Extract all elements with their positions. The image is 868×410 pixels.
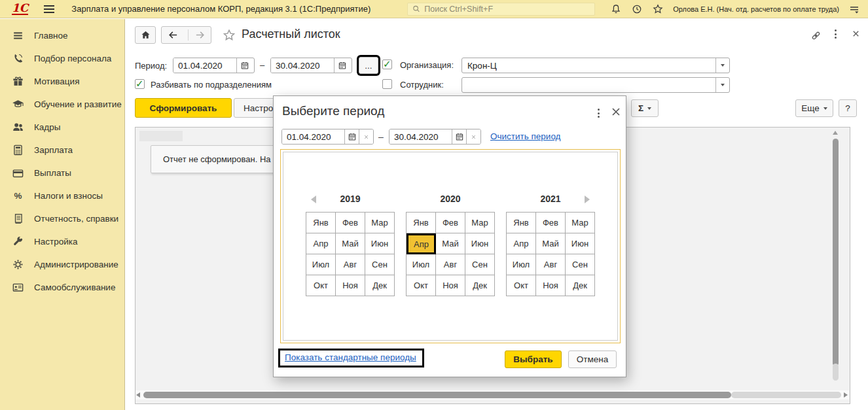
month-cell[interactable]: Ноя — [336, 275, 365, 296]
month-cell[interactable]: Окт — [306, 275, 336, 296]
sidebar-item-id-card[interactable]: Самообслуживание — [0, 276, 124, 299]
month-cell[interactable]: Ноя — [536, 275, 566, 296]
sidebar-item-wallet[interactable]: Выплаты — [0, 162, 124, 184]
select-button[interactable]: Выбрать — [505, 350, 562, 368]
sidebar-item-graduation-cap[interactable]: Обучение и развитие — [0, 93, 124, 116]
more-actions-icon[interactable] — [835, 29, 837, 39]
vertical-scroll-track[interactable] — [833, 364, 839, 381]
generate-report-button[interactable]: Сформировать — [135, 98, 232, 118]
month-cell[interactable]: Авг — [336, 254, 365, 275]
notifications-bell-icon[interactable] — [610, 3, 622, 15]
vertical-scroll-thumb[interactable] — [833, 139, 839, 366]
month-cell[interactable]: Мар — [365, 213, 395, 233]
close-icon[interactable] — [851, 29, 861, 39]
dialog-more-actions-icon[interactable] — [594, 107, 603, 119]
back-button[interactable] — [162, 29, 184, 41]
employee-field[interactable] — [461, 77, 730, 93]
history-icon[interactable] — [631, 3, 643, 15]
get-link-icon[interactable] — [810, 30, 822, 41]
horizontal-scroll-thumb[interactable] — [143, 392, 731, 398]
sidebar-item-report[interactable]: Отчетность, справки — [0, 207, 124, 230]
calendar-picker-button[interactable] — [334, 58, 350, 73]
calendar-picker-button[interactable] — [452, 129, 466, 144]
sidebar-item-phone[interactable]: Подбор персонала — [0, 47, 124, 70]
month-cell[interactable]: Янв — [507, 213, 536, 233]
month-cell[interactable]: Июн — [465, 233, 495, 254]
employee-checkbox[interactable] — [382, 79, 392, 89]
choose-period-dots-button[interactable]: ... — [359, 57, 378, 74]
month-cell[interactable]: Авг — [536, 254, 566, 275]
month-cell[interactable]: Янв — [407, 213, 436, 233]
month-cell[interactable]: Сен — [465, 254, 495, 275]
favorite-star-icon[interactable] — [222, 28, 236, 43]
forward-button[interactable] — [188, 29, 211, 41]
month-cell[interactable]: Июл — [507, 254, 536, 275]
year-label[interactable]: 2020 — [440, 194, 460, 204]
month-cell[interactable]: Сен — [365, 254, 395, 275]
search-input[interactable] — [424, 5, 590, 14]
previous-years-arrow[interactable] — [311, 196, 316, 203]
main-menu-icon[interactable] — [44, 5, 54, 13]
clear-period-link[interactable]: Очистить период — [490, 131, 560, 141]
home-button[interactable] — [135, 26, 156, 44]
month-cell[interactable]: Дек — [365, 275, 395, 296]
month-cell[interactable]: Мар — [566, 213, 595, 233]
month-cell[interactable]: Фев — [436, 213, 465, 233]
global-search[interactable] — [407, 3, 595, 16]
month-cell[interactable]: Май — [336, 233, 365, 254]
horizontal-scroll-track[interactable] — [731, 392, 841, 398]
vertical-scrollbar[interactable] — [831, 128, 840, 403]
sidebar-item-gear[interactable]: Администрирование — [0, 253, 124, 276]
month-cell[interactable]: Апр — [407, 233, 436, 254]
month-cell[interactable]: Авг — [436, 254, 465, 275]
sidebar-item-percent[interactable]: Налоги и взносы — [0, 184, 124, 207]
calendar-picker-button[interactable] — [236, 58, 253, 73]
month-cell[interactable]: Май — [536, 233, 566, 254]
month-cell[interactable]: Июн — [365, 233, 395, 254]
month-cell[interactable]: Дек — [465, 275, 495, 296]
sidebar-item-menu[interactable]: Главное — [0, 24, 124, 47]
dialog-date-from-input[interactable] — [282, 129, 344, 144]
year-label[interactable]: 2019 — [340, 194, 360, 204]
service-menu-icon[interactable] — [848, 3, 860, 15]
clear-date-button[interactable] — [466, 129, 480, 144]
month-cell[interactable]: Июн — [566, 233, 595, 254]
favorites-star-icon[interactable] — [652, 3, 664, 15]
sidebar-item-calculator[interactable]: Зарплата — [0, 139, 124, 162]
scroll-right-icon[interactable] — [844, 392, 848, 398]
year-label[interactable]: 2021 — [540, 194, 560, 204]
month-cell[interactable]: Окт — [407, 275, 436, 296]
dropdown-button[interactable] — [715, 58, 729, 73]
month-cell[interactable]: Апр — [507, 233, 536, 254]
horizontal-scrollbar[interactable] — [136, 390, 849, 400]
month-cell[interactable]: Фев — [536, 213, 566, 233]
next-years-arrow[interactable] — [585, 196, 590, 203]
dialog-date-to-input[interactable] — [389, 129, 452, 144]
help-button[interactable]: ? — [839, 99, 857, 117]
dropdown-button[interactable] — [715, 78, 729, 92]
month-cell[interactable]: Апр — [306, 233, 336, 254]
sidebar-item-people[interactable]: Кадры — [0, 116, 124, 139]
more-button[interactable]: Еще — [795, 99, 833, 117]
cancel-button[interactable]: Отмена — [568, 350, 617, 368]
organization-checkbox[interactable] — [382, 60, 392, 69]
sidebar-item-wrench[interactable]: Настройка — [0, 230, 124, 253]
sidebar-item-gift[interactable]: Мотивация — [0, 70, 124, 93]
month-cell[interactable]: Дек — [566, 275, 595, 296]
scroll-left-icon[interactable] — [136, 392, 140, 398]
month-cell[interactable]: Июл — [407, 254, 436, 275]
month-cell[interactable]: Окт — [507, 275, 536, 296]
current-user[interactable]: Орлова Е.Н. (Нач. отд. расчетов по оплат… — [673, 5, 839, 13]
scroll-up-icon[interactable] — [833, 131, 838, 135]
calendar-picker-button[interactable] — [344, 129, 359, 144]
split-by-departments-checkbox[interactable] — [135, 79, 145, 89]
period-from-input[interactable] — [173, 58, 236, 73]
organization-field[interactable]: Крон-Ц — [461, 58, 730, 73]
month-cell[interactable]: Май — [436, 233, 465, 254]
month-cell[interactable]: Мар — [465, 213, 495, 233]
month-cell[interactable]: Янв — [306, 213, 336, 233]
show-standard-periods-link[interactable]: Показать стандартные периоды — [285, 352, 416, 362]
month-cell[interactable]: Ноя — [436, 275, 465, 296]
month-cell[interactable]: Сен — [566, 254, 595, 275]
month-cell[interactable]: Июл — [306, 254, 336, 275]
